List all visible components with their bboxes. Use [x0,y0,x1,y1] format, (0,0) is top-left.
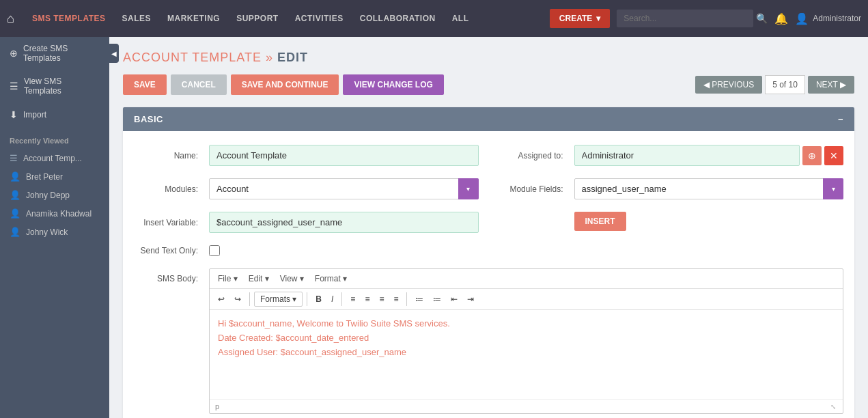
previous-button[interactable]: ◀ PREVIOUS [695,76,762,94]
assigned-to-clear-button[interactable]: ✕ [824,146,843,165]
indent-button[interactable]: ⇥ [463,292,478,307]
nav-marketing[interactable]: MARKETING [159,0,228,37]
numbered-list-button[interactable]: ≔ [429,292,445,307]
main-content: ACCOUNT TEMPLATE » EDIT SAVE CANCEL SAVE… [109,37,868,418]
module-fields-wrapper: assigned_user_name ▾ [574,178,844,199]
module-fields-select-wrapper: assigned_user_name ▾ [574,178,844,199]
create-button[interactable]: CREATE ▾ [550,9,610,28]
breadcrumb: ACCOUNT TEMPLATE » EDIT [123,51,854,65]
nav-sales[interactable]: SALES [114,0,160,37]
rv-item-bret-peter[interactable]: 👤 Bret Peter [0,167,109,186]
search-icon[interactable]: 🔍 [756,13,768,24]
person-icon-3: 👤 [10,208,20,219]
nav-activities[interactable]: ACTIVITIES [287,0,352,37]
rv-item-johny-depp[interactable]: 👤 Johny Depp [0,186,109,204]
user-label: Administrator [813,14,861,23]
sidebar-item-view-sms[interactable]: ☰ View SMS Templates [0,70,109,102]
modules-select-wrapper: Account ▾ [209,178,479,199]
save-button[interactable]: SAVE [123,74,167,95]
name-label: Name: [134,151,202,161]
assigned-to-wrapper: ⊕ ✕ [574,145,844,166]
user-avatar-icon[interactable]: 👤 [795,12,809,25]
send-text-only-checkbox[interactable] [209,245,220,256]
editor-menu-format[interactable]: Format ▾ [311,272,351,285]
save-and-continue-button[interactable]: SAVE AND CONTINUE [231,74,339,95]
editor-toolbar: ↩ ↪ Formats ▾ B I ≡ ≡ ≡ ≡ [210,289,843,310]
assigned-to-select-button[interactable]: ⊕ [802,146,822,165]
search-input[interactable] [617,10,753,27]
toolbar-separator-3 [341,292,342,306]
align-center-button[interactable]: ≡ [361,292,374,307]
top-navigation: ⌂ SMS TEMPLATES SALES MARKETING SUPPORT … [0,0,868,37]
sidebar: ◀ ⊕ Create SMS Templates ☰ View SMS Temp… [0,37,109,418]
insert-variable-input[interactable] [209,212,479,233]
form-row-modules: Modules: Account ▾ Module Fields: [134,178,843,199]
name-input[interactable] [209,145,479,166]
nav-all[interactable]: ALL [444,0,477,37]
module-fields-label: Module Fields: [499,184,568,194]
form-group-insert-var: Insert Variable: [134,212,479,233]
form-row-insert-variable: Insert Variable: INSERT [134,212,843,233]
undo-button[interactable]: ↩ [214,292,229,307]
toolbar-separator-2 [307,292,307,306]
sms-body-row: SMS Body: File ▾ Edit ▾ View ▾ Format ▾ … [134,268,843,414]
editor-menu-view[interactable]: View ▾ [276,272,308,285]
page-info: 5 of 10 [765,75,805,94]
sidebar-item-import[interactable]: ⬇ Import [0,102,109,127]
modules-label: Modules: [134,184,202,194]
editor-footer-tag: p [215,402,219,410]
insert-variable-label: Insert Variable: [134,218,202,227]
align-justify-button[interactable]: ≡ [389,292,402,307]
form-group-modules: Modules: Account ▾ [134,178,479,199]
rv-item-johny-wick[interactable]: 👤 Johny Wick [0,223,109,241]
cancel-button[interactable]: CANCEL [171,74,227,95]
editor-menu-file[interactable]: File ▾ [214,272,242,285]
toolbar-separator-1 [249,292,250,306]
import-icon: ⬇ [10,109,18,120]
assigned-to-input[interactable] [574,145,800,166]
form-group-insert-btn: INSERT [499,212,844,231]
editor-line-2: Date Created: $account_date_entered [218,331,835,346]
assigned-to-label: Assigned to: [499,151,568,161]
editor-body[interactable]: Hi $account_name, Welcome to Twilio Suit… [210,310,843,399]
sidebar-toggle[interactable]: ◀ [109,44,119,63]
nav-collaboration[interactable]: COLLABORATION [352,0,444,37]
person-icon-4: 👤 [10,227,20,237]
editor-footer: p ⤡ [210,399,843,413]
bullet-list-button[interactable]: ≔ [411,292,428,307]
editor-menubar: File ▾ Edit ▾ View ▾ Format ▾ [210,269,843,289]
module-fields-select[interactable]: assigned_user_name [574,178,844,199]
collapse-icon[interactable]: − [838,114,843,124]
outdent-button[interactable]: ⇤ [447,292,462,307]
editor-resize-handle[interactable]: ⤡ [830,403,837,410]
nav-sms-templates[interactable]: SMS TEMPLATES [24,0,114,37]
editor-menu-edit[interactable]: Edit ▾ [244,272,273,285]
form-group-module-fields: Module Fields: assigned_user_name ▾ [499,178,844,199]
align-left-button[interactable]: ≡ [346,292,359,307]
section-header-basic: BASIC − [123,107,854,131]
send-text-only-label: Send Text Only: [134,246,202,255]
nav-support[interactable]: SUPPORT [228,0,287,37]
action-bar: SAVE CANCEL SAVE AND CONTINUE VIEW CHANG… [123,74,854,95]
form-group-name: Name: [134,145,479,166]
sidebar-item-create-sms[interactable]: ⊕ Create SMS Templates [0,37,109,70]
next-button[interactable]: NEXT ▶ [808,76,854,94]
redo-button[interactable]: ↪ [230,292,245,307]
plus-icon: ⊕ [10,48,18,59]
list-icon: ☰ [10,81,18,92]
home-icon[interactable]: ⌂ [7,12,14,26]
italic-button[interactable]: I [327,292,337,307]
rv-item-anamika[interactable]: 👤 Anamika Khadwal [0,204,109,223]
modules-select[interactable]: Account [209,178,479,199]
person-icon-1: 👤 [10,171,20,182]
rv-item-account-temp[interactable]: ☰ Account Temp... [0,149,109,167]
send-text-only-row: Send Text Only: [134,245,843,256]
insert-button[interactable]: INSERT [574,212,626,231]
form-row-name-assigned: Name: Assigned to: ⊕ ✕ [134,145,843,166]
formats-dropdown[interactable]: Formats ▾ [254,292,303,307]
bold-button[interactable]: B [311,292,326,307]
toolbar-separator-4 [406,292,407,306]
notification-icon[interactable]: 🔔 [774,12,788,25]
align-right-button[interactable]: ≡ [375,292,388,307]
view-change-log-button[interactable]: VIEW CHANGE LOG [343,74,443,95]
